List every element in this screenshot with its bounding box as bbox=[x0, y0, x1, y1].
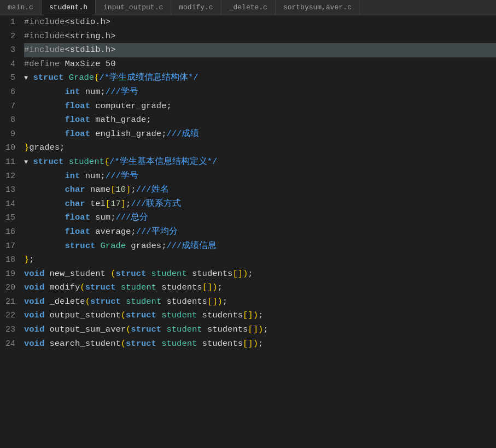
code-line-13: char name[10];///姓名 bbox=[24, 183, 496, 197]
code-line-2: #include<string.h> bbox=[24, 30, 496, 44]
code-line-12: int num;///学号 bbox=[24, 169, 496, 184]
line-number-12: 12 bbox=[0, 169, 15, 184]
code-line-21: void _delete(struct student students[]); bbox=[24, 295, 496, 309]
code-line-17: struct Grade grades;///成绩信息 bbox=[24, 239, 496, 254]
line-number-16: 16 bbox=[0, 225, 15, 239]
tab-main-c[interactable]: main.c bbox=[0, 0, 42, 15]
code-line-3: #include<stdlib.h> bbox=[24, 43, 496, 57]
code-line-7: float computer_grade; bbox=[24, 99, 496, 114]
line-number-1: 1 bbox=[0, 15, 15, 30]
line-number-21: 21 bbox=[0, 295, 15, 309]
line-number-11: 11 bbox=[0, 155, 15, 169]
line-number-14: 14 bbox=[0, 197, 15, 211]
line-number-23: 23 bbox=[0, 323, 15, 337]
line-number-4: 4 bbox=[0, 57, 15, 72]
line-number-13: 13 bbox=[0, 183, 15, 197]
line-number-6: 6 bbox=[0, 85, 15, 99]
tab-sortbysum-aver-c[interactable]: sortbysum,aver.c bbox=[276, 0, 360, 15]
code-line-1: #include<stdio.h> bbox=[24, 15, 496, 30]
code-line-6: int num;///学号 bbox=[24, 85, 496, 99]
line-number-15: 15 bbox=[0, 211, 15, 225]
code-line-4: #define MaxSize 50 bbox=[24, 57, 496, 72]
line-number-9: 9 bbox=[0, 127, 15, 142]
tab-delete-c[interactable]: _delete.c bbox=[221, 0, 276, 15]
line-number-24: 24 bbox=[0, 337, 15, 351]
line-number-2: 2 bbox=[0, 30, 15, 44]
tab-bar: main.cstudent.hinput_output.cmodify.c_de… bbox=[0, 0, 496, 15]
line-number-3: 3 bbox=[0, 43, 15, 57]
line-number-17: 17 bbox=[0, 239, 15, 254]
line-number-19: 19 bbox=[0, 267, 15, 281]
code-line-15: float sum;///总分 bbox=[24, 211, 496, 225]
code-line-18: }; bbox=[24, 253, 496, 267]
code-line-16: float average;///平均分 bbox=[24, 225, 496, 239]
line-number-8: 8 bbox=[0, 113, 15, 127]
code-line-22: void output_student(struct student stude… bbox=[24, 309, 496, 323]
line-number-18: 18 bbox=[0, 253, 15, 267]
code-line-5: ▼ struct Grade{/*学生成绩信息结构体*/ bbox=[24, 71, 496, 85]
code-line-23: void output_sum_aver(struct student stud… bbox=[24, 323, 496, 337]
code-line-24: void search_student(struct student stude… bbox=[24, 337, 496, 351]
line-number-7: 7 bbox=[0, 99, 15, 114]
code-line-20: void modify(struct student students[]); bbox=[24, 281, 496, 295]
tab-modify-c[interactable]: modify.c bbox=[171, 0, 221, 15]
line-numbers: 123456789101112131415161718192021222324 bbox=[0, 15, 20, 448]
line-number-10: 10 bbox=[0, 141, 15, 155]
code-line-8: float math_grade; bbox=[24, 113, 496, 127]
code-line-11: ▼ struct student{/*学生基本信息结构定义*/ bbox=[24, 155, 496, 169]
line-number-20: 20 bbox=[0, 281, 15, 295]
line-number-22: 22 bbox=[0, 309, 15, 323]
code-line-9: float english_grade;///成绩 bbox=[24, 127, 496, 142]
line-number-5: 5 bbox=[0, 71, 15, 85]
code-line-14: char tel[17];///联系方式 bbox=[24, 197, 496, 211]
tab-student-h[interactable]: student.h bbox=[42, 0, 96, 15]
code-line-10: }grades; bbox=[24, 141, 496, 155]
tab-input-output-c[interactable]: input_output.c bbox=[96, 0, 171, 15]
code-content: #include<stdio.h>#include<string.h>#incl… bbox=[20, 15, 496, 448]
code-line-19: void new_student (struct student student… bbox=[24, 267, 496, 281]
editor-area: 123456789101112131415161718192021222324 … bbox=[0, 15, 496, 448]
